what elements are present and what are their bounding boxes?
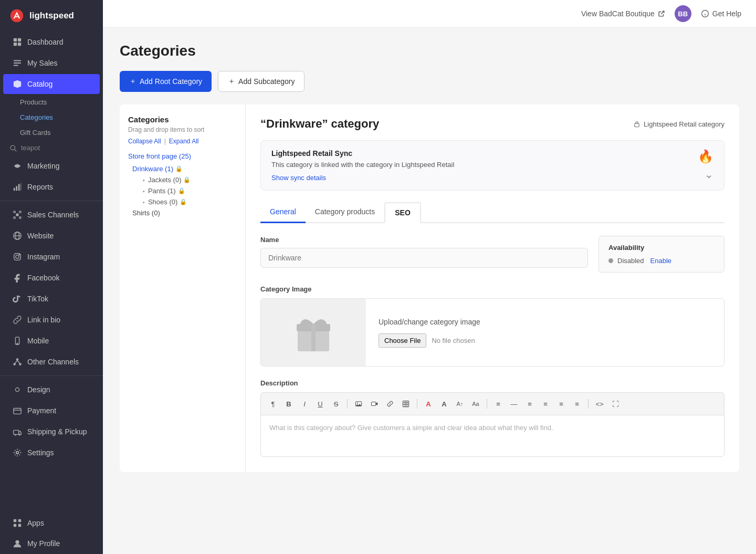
svg-rect-5 [14, 60, 21, 61]
svg-rect-41 [14, 524, 16, 527]
toolbar-link[interactable] [383, 397, 397, 411]
sidebar-item-catalog[interactable]: Catalog [3, 74, 100, 94]
upload-text: Upload/change category image [379, 318, 711, 326]
sidebar-item-tiktok[interactable]: TikTok [3, 289, 100, 309]
toolbar-list-ordered[interactable]: ≡ [539, 397, 552, 411]
sidebar-sub-products[interactable]: Products [0, 95, 103, 110]
toolbar-highlight[interactable]: A [437, 397, 451, 411]
svg-line-9 [15, 149, 17, 151]
collapse-all-link[interactable]: Collapse All [128, 138, 161, 145]
jackets-label: Jackets (0) [148, 176, 182, 184]
name-input[interactable] [260, 248, 588, 268]
sync-card-right: 🔥 ⌄ [698, 149, 713, 181]
add-subcategory-button[interactable]: ＋ Add Subcategory [218, 71, 304, 92]
toolbar-sep-2 [417, 399, 417, 409]
image-placeholder [261, 299, 366, 366]
toolbar-hr[interactable]: — [507, 397, 521, 411]
sidebar-item-facebook[interactable]: Facebook [3, 268, 100, 288]
sidebar-item-other-channels[interactable]: Other Channels [3, 352, 100, 372]
sidebar: lightspeed Dashboard My Sales Catalog Pr… [0, 0, 103, 554]
categories-left-panel: Categories Drag and drop items to sort C… [120, 104, 246, 472]
toolbar-paragraph[interactable]: ¶ [266, 397, 280, 411]
svg-rect-3 [14, 43, 17, 46]
cat-item-jackets[interactable]: ▪ Jackets (0) 🔒 [139, 174, 237, 185]
sidebar-item-settings[interactable]: Settings [3, 443, 100, 463]
toolbar-image[interactable] [352, 397, 365, 411]
toolbar-case-upper[interactable]: A↑ [453, 397, 467, 411]
sidebar-item-apps[interactable]: Apps [3, 513, 100, 533]
toolbar-table[interactable] [399, 397, 413, 411]
expand-all-link[interactable]: Expand All [169, 138, 199, 145]
toolbar-list-bullet[interactable]: ≡ [523, 397, 537, 411]
name-field-group: Name [260, 236, 588, 273]
enable-link[interactable]: Enable [650, 257, 671, 265]
category-image-section: Category Image [260, 285, 724, 367]
toolbar-source[interactable]: <> [593, 397, 606, 411]
sidebar-label-my-profile: My Profile [27, 539, 60, 548]
user-avatar[interactable]: BB [675, 5, 691, 22]
tab-category-products[interactable]: Category products [306, 202, 384, 223]
sidebar-sub-gift-cards[interactable]: Gift Cards [0, 125, 103, 140]
svg-rect-48 [311, 324, 316, 351]
store-front-link[interactable]: Store front page (25) [128, 152, 237, 160]
cat-item-shoes[interactable]: ▪ Shoes (0) 🔒 [139, 196, 237, 207]
toolbar-case-lower[interactable]: Aa [469, 397, 482, 411]
sidebar-sub-categories[interactable]: Categories [0, 110, 103, 125]
sidebar-item-my-sales[interactable]: My Sales [3, 53, 100, 73]
sidebar-item-payment[interactable]: Payment [3, 401, 100, 421]
cat-item-shirts[interactable]: Shirts (0) [128, 207, 237, 218]
svg-point-27 [16, 358, 19, 361]
sidebar-item-link-in-bio[interactable]: Link in bio [3, 310, 100, 330]
svg-point-36 [15, 434, 16, 436]
drinkware-label: Drinkware (1) [132, 165, 173, 173]
sidebar-item-instagram[interactable]: Instagram [3, 247, 100, 267]
sidebar-label-payment: Payment [27, 406, 56, 415]
description-editor[interactable]: What is this category about? Give custom… [260, 415, 724, 457]
show-sync-link[interactable]: Show sync details [271, 174, 454, 182]
sync-card: Lightspeed Retail Sync This category is … [260, 140, 724, 191]
editor-toolbar: ¶ B I U S [260, 392, 724, 415]
toolbar-strikethrough[interactable]: S [329, 397, 343, 411]
svg-point-26 [17, 343, 18, 344]
cat-item-pants[interactable]: ▪ Pants (1) 🔒 [139, 185, 237, 196]
sidebar-item-reports[interactable]: Reports [3, 177, 100, 197]
sidebar-search[interactable]: teapot [0, 140, 103, 155]
toolbar-bold[interactable]: B [282, 397, 296, 411]
tab-seo[interactable]: SEO [384, 202, 421, 223]
cat-item-drinkware[interactable]: Drinkware (1) 🔒 [128, 163, 237, 174]
sync-card-content: Lightspeed Retail Sync This category is … [271, 149, 454, 182]
view-boutique-text: View BadCat Boutique [581, 9, 655, 18]
toolbar-underline[interactable]: U [313, 397, 327, 411]
toolbar-italic[interactable]: I [298, 397, 311, 411]
sidebar-item-my-profile[interactable]: My Profile [3, 534, 100, 553]
toolbar-fullscreen[interactable]: ⛶ [608, 397, 622, 411]
divider-1 [0, 201, 103, 201]
view-boutique-link[interactable]: View BadCat Boutique [581, 9, 665, 18]
toolbar-font-color[interactable]: A [422, 397, 435, 411]
svg-point-17 [14, 217, 16, 219]
toolbar-outdent[interactable]: ≡ [570, 397, 584, 411]
logo[interactable]: lightspeed [0, 0, 103, 32]
get-help-link[interactable]: Get Help [701, 9, 741, 18]
sidebar-label-my-sales: My Sales [27, 59, 58, 67]
tab-general[interactable]: General [260, 202, 306, 223]
sidebar-item-design[interactable]: Design [3, 380, 100, 400]
choose-file-button[interactable]: Choose File [379, 333, 426, 348]
category-right-panel: “Drinkware” category Lightspeed Retail c… [246, 104, 739, 472]
sidebar-item-sales-channels[interactable]: Sales Channels [3, 205, 100, 225]
design-icon [13, 385, 22, 394]
sidebar-label-other-channels: Other Channels [27, 358, 79, 366]
add-root-category-button[interactable]: ＋ Add Root Category [120, 71, 212, 92]
sidebar-label-facebook: Facebook [27, 274, 59, 282]
sidebar-item-mobile[interactable]: Mobile [3, 331, 100, 351]
toolbar-indent[interactable]: ≡ [554, 397, 568, 411]
svg-rect-35 [14, 430, 19, 434]
chevron-down-icon[interactable]: ⌄ [705, 168, 713, 181]
toolbar-video[interactable] [368, 397, 381, 411]
sidebar-item-shipping[interactable]: Shipping & Pickup [3, 422, 100, 442]
toolbar-align-left[interactable]: ≡ [491, 397, 505, 411]
sidebar-item-website[interactable]: Website [3, 226, 100, 246]
sidebar-item-dashboard[interactable]: Dashboard [3, 32, 100, 52]
sidebar-item-marketing[interactable]: Marketing [3, 156, 100, 176]
expander-shoes: ▪ [143, 199, 145, 205]
